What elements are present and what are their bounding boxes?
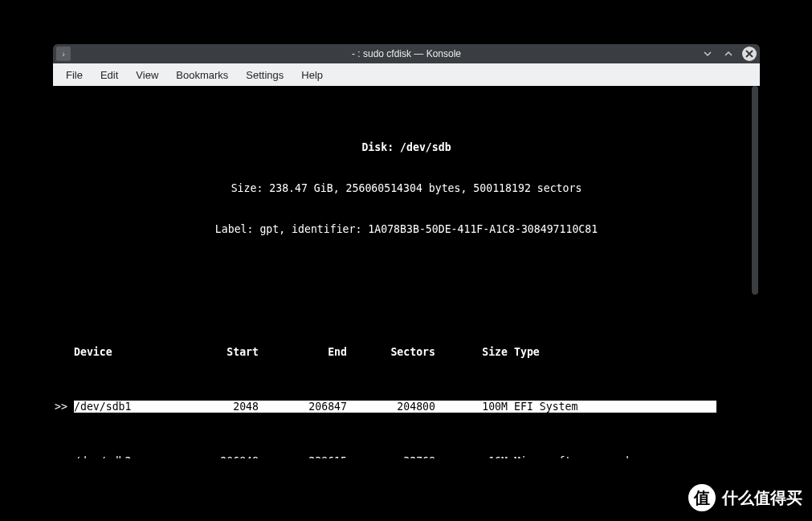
cell-device: /dev/sdb2	[74, 454, 162, 458]
scrollbar-thumb[interactable]	[752, 86, 758, 295]
menu-view[interactable]: View	[128, 66, 166, 84]
col-end-header: End	[259, 345, 347, 359]
table-header: DeviceStartEndSectorsSizeType	[55, 345, 760, 359]
cell-device: /dev/sdb1	[74, 400, 162, 413]
disk-label-line: Label: gpt, identifier: 1A078B3B-50DE-41…	[53, 222, 760, 236]
watermark-text: 什么值得买	[722, 487, 802, 509]
prompt-icon: ›	[56, 47, 71, 61]
col-size-header: Size	[435, 345, 508, 359]
partition-row[interactable]: /dev/sdb22068482396153276816MMicrosoft r…	[55, 454, 760, 458]
col-device-header: Device	[74, 345, 162, 359]
col-start-header: Start	[162, 345, 259, 359]
menubar: File Edit View Bookmarks Settings Help	[53, 63, 760, 86]
col-type-header: Type	[508, 345, 716, 359]
col-sectors-header: Sectors	[347, 345, 435, 359]
cell-size: 100M	[435, 400, 508, 413]
window-controls	[700, 44, 757, 63]
menu-file[interactable]: File	[58, 66, 91, 84]
row-marker: >>	[55, 400, 74, 413]
watermark-badge: 值 什么值得买	[688, 484, 802, 511]
cell-end: 206847	[259, 400, 347, 413]
cell-sectors: 32768	[347, 454, 435, 458]
disk-size-line: Size: 238.47 GiB, 256060514304 bytes, 50…	[53, 181, 760, 195]
window-title: - : sudo cfdisk — Konsole	[53, 48, 760, 59]
cell-type: Microsoft reserved	[508, 454, 716, 458]
cell-size: 16M	[435, 454, 508, 458]
minimize-button[interactable]	[700, 47, 715, 61]
terminal-scrollbar[interactable]	[752, 86, 758, 458]
menu-bookmarks[interactable]: Bookmarks	[168, 66, 236, 84]
watermark-icon: 值	[688, 484, 716, 511]
menu-help[interactable]: Help	[293, 66, 331, 84]
maximize-button[interactable]	[721, 47, 736, 61]
disk-header: Disk: /dev/sdb	[53, 140, 760, 154]
cell-start: 2048	[162, 400, 259, 413]
cell-end: 239615	[259, 454, 347, 458]
konsole-window: › - : sudo cfdisk — Konsole File Edit Vi…	[53, 44, 760, 458]
close-button[interactable]	[742, 47, 757, 61]
titlebar[interactable]: › - : sudo cfdisk — Konsole	[53, 44, 760, 63]
menu-settings[interactable]: Settings	[238, 66, 292, 84]
cell-sectors: 204800	[347, 400, 435, 413]
partition-row[interactable]: >>/dev/sdb12048206847204800100MEFI Syste…	[55, 400, 760, 413]
terminal[interactable]: Disk: /dev/sdb Size: 238.47 GiB, 2560605…	[53, 86, 760, 458]
cell-start: 206848	[162, 454, 259, 458]
cell-type: EFI System	[508, 400, 716, 413]
menu-edit[interactable]: Edit	[92, 66, 126, 84]
